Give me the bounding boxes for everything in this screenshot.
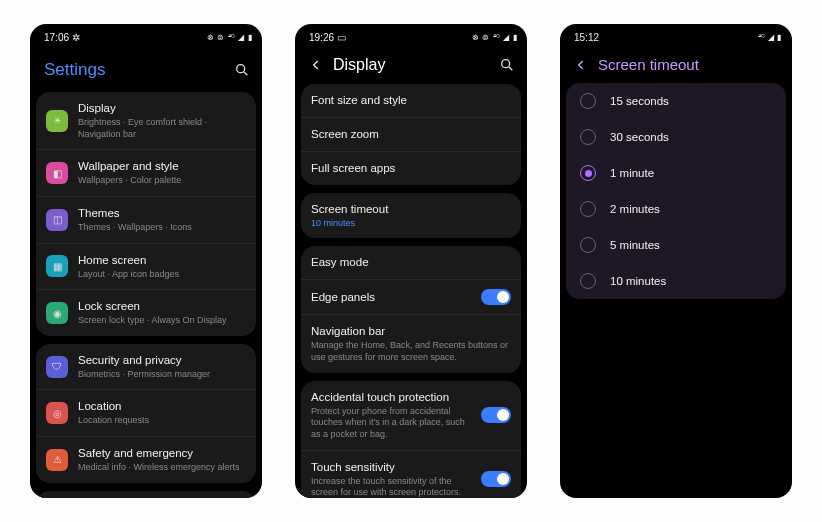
toggle-edge[interactable] [481,289,511,305]
timeout-option-3[interactable]: 2 minutes [566,191,786,227]
settings-row-lock[interactable]: ◉Lock screenScreen lock type · Always On… [36,290,256,336]
row-title: Touch sensitivity [311,460,471,475]
phone-settings: 17:06 ✲ ⊗ ⊜ ⁴ᴳ ◢ ▮ Settings ☀DisplayBrig… [30,24,262,498]
settings-row-location[interactable]: ◎LocationLocation requests [36,390,256,437]
clock: 17:06 ✲ [44,32,80,43]
settings-row-themes[interactable]: ◫ThemesThemes · Wallpapers · Icons [36,197,256,244]
radio-icon [580,93,596,109]
display-list[interactable]: Font size and styleScreen zoomFull scree… [295,84,527,498]
radio-label: 15 seconds [610,95,669,107]
row-subtitle: Brightness · Eye comfort shield · Naviga… [78,117,246,140]
row-subtitle: 10 minutes [311,218,511,230]
row-title: Font size and style [311,93,511,108]
settings-row-accounts[interactable]: ↻Accounts and backupManage accounts · Sm… [36,491,256,498]
row-title: Home screen [78,253,246,268]
themes-icon: ◫ [46,209,68,231]
display-card: Font size and styleScreen zoomFull scree… [301,84,521,185]
search-icon[interactable] [234,62,250,78]
settings-row-display[interactable]: ☀DisplayBrightness · Eye comfort shield … [36,92,256,150]
display-row-accidental[interactable]: Accidental touch protectionProtect your … [301,381,521,451]
radio-label: 10 minutes [610,275,666,287]
page-title: Settings [44,60,224,80]
settings-card: ☀DisplayBrightness · Eye comfort shield … [36,92,256,336]
phone-timeout: 15:12 ⁴ᴳ ◢ ▮ Screen timeout 15 seconds30… [560,24,792,498]
timeout-option-1[interactable]: 30 seconds [566,119,786,155]
settings-row-security[interactable]: 🛡Security and privacyBiometrics · Permis… [36,344,256,391]
row-title: Wallpaper and style [78,159,246,174]
header: Screen timeout [560,46,792,83]
display-icon: ☀ [46,110,68,132]
row-title: Edge panels [311,290,471,305]
row-subtitle: Wallpapers · Color palette [78,175,246,187]
row-subtitle: Themes · Wallpapers · Icons [78,222,246,234]
header: Settings [30,46,262,92]
svg-line-3 [509,67,512,70]
status-icons: ⁴ᴳ ◢ ▮ [758,33,782,42]
svg-point-0 [237,65,245,73]
search-icon[interactable] [499,57,515,73]
row-title: Easy mode [311,255,511,270]
security-icon: 🛡 [46,356,68,378]
row-subtitle: Increase the touch sensitivity of the sc… [311,476,471,498]
row-subtitle: Manage the Home, Back, and Recents butto… [311,340,511,363]
timeout-option-0[interactable]: 15 seconds [566,83,786,119]
toggle-accidental[interactable] [481,407,511,423]
display-row-touch[interactable]: Touch sensitivityIncrease the touch sens… [301,451,521,498]
row-title: Navigation bar [311,324,511,339]
settings-row-home[interactable]: ▦Home screenLayout · App icon badges [36,244,256,291]
status-bar: 15:12 ⁴ᴳ ◢ ▮ [560,24,792,46]
page-title: Display [333,56,489,74]
svg-point-2 [502,60,510,68]
row-title: Accidental touch protection [311,390,471,405]
row-title: Full screen apps [311,161,511,176]
timeout-options: 15 seconds30 seconds1 minute2 minutes5 m… [560,83,792,498]
radio-icon [580,165,596,181]
row-title: Screen zoom [311,127,511,142]
row-title: Security and privacy [78,353,246,368]
location-icon: ◎ [46,402,68,424]
radio-label: 2 minutes [610,203,660,215]
display-card: Screen timeout10 minutes [301,193,521,239]
status-bar: 19:26 ▭ ⊗ ⊜ ⁴ᴳ ◢ ▮ [295,24,527,46]
radio-label: 30 seconds [610,131,669,143]
display-row-easy[interactable]: Easy mode [301,246,521,280]
row-subtitle: Protect your phone from accidental touch… [311,406,471,441]
settings-row-safety[interactable]: ⚠Safety and emergencyMedical info · Wire… [36,437,256,483]
status-bar: 17:06 ✲ ⊗ ⊜ ⁴ᴳ ◢ ▮ [30,24,262,46]
status-icons: ⊗ ⊜ ⁴ᴳ ◢ ▮ [472,33,517,42]
settings-row-wallpaper[interactable]: ◧Wallpaper and styleWallpapers · Color p… [36,150,256,197]
safety-icon: ⚠ [46,449,68,471]
display-card: Accidental touch protectionProtect your … [301,381,521,498]
row-subtitle: Biometrics · Permission manager [78,369,246,381]
back-icon[interactable] [309,58,323,72]
display-row-edge[interactable]: Edge panels [301,280,521,315]
page-title: Screen timeout [598,56,780,73]
row-title: Themes [78,206,246,221]
row-title: Location [78,399,246,414]
back-icon[interactable] [574,58,588,72]
row-subtitle: Screen lock type · Always On Display [78,315,246,327]
radio-icon [580,201,596,217]
radio-icon [580,273,596,289]
display-row-fullscreen[interactable]: Full screen apps [301,152,521,185]
display-row-zoom[interactable]: Screen zoom [301,118,521,152]
settings-card: ↻Accounts and backupManage accounts · Sm… [36,491,256,498]
home-icon: ▦ [46,255,68,277]
clock: 15:12 [574,32,599,43]
timeout-option-2[interactable]: 1 minute [566,155,786,191]
radio-icon [580,129,596,145]
toggle-touch[interactable] [481,471,511,487]
radio-label: 5 minutes [610,239,660,251]
display-row-timeout[interactable]: Screen timeout10 minutes [301,193,521,239]
settings-card: 🛡Security and privacyBiometrics · Permis… [36,344,256,483]
timeout-option-4[interactable]: 5 minutes [566,227,786,263]
row-subtitle: Medical info · Wireless emergency alerts [78,462,246,474]
options-card: 15 seconds30 seconds1 minute2 minutes5 m… [566,83,786,299]
display-row-nav[interactable]: Navigation barManage the Home, Back, and… [301,315,521,372]
display-row-font[interactable]: Font size and style [301,84,521,118]
timeout-option-5[interactable]: 10 minutes [566,263,786,299]
status-icons: ⊗ ⊜ ⁴ᴳ ◢ ▮ [207,33,252,42]
row-subtitle: Layout · App icon badges [78,269,246,281]
settings-list[interactable]: ☀DisplayBrightness · Eye comfort shield … [30,92,262,498]
radio-icon [580,237,596,253]
